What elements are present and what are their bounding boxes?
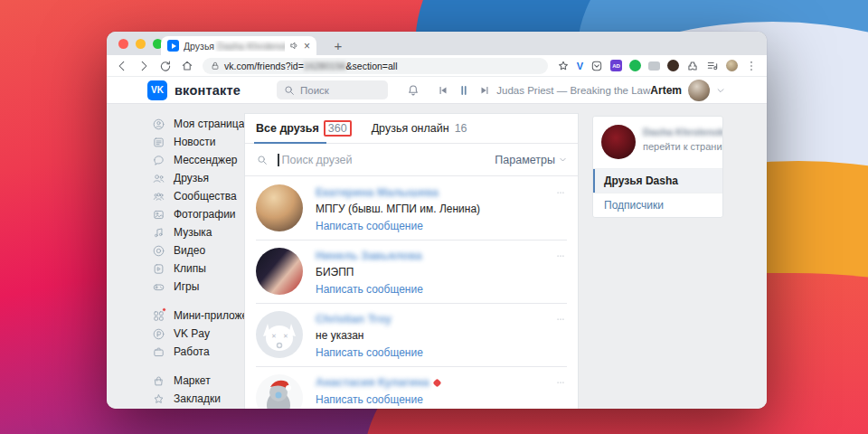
sidebar-item-my-page[interactable]: Моя страница <box>152 115 244 133</box>
new-tab-button[interactable]: + <box>329 36 347 54</box>
next-track-icon[interactable] <box>478 84 491 97</box>
tab-audio-speaker-icon[interactable] <box>289 41 299 51</box>
browser-tab[interactable]: Друзья Dasha Khrolenok × <box>161 36 316 55</box>
dark-extension-icon[interactable] <box>667 60 679 71</box>
profile-summary: Dasha Khrolenok перейти к странице <box>593 117 722 168</box>
friend-info: МПГУ (бывш. МГПИ им. Ленина) <box>316 203 480 215</box>
sidebar-item-vkpay[interactable]: VK Pay <box>152 325 244 343</box>
sidebar-item-clips[interactable]: Клипы <box>152 259 244 278</box>
search-icon <box>283 84 296 97</box>
tab-title-blurred: Dasha Khrolenok <box>217 41 285 52</box>
v-extension-icon[interactable]: V <box>577 61 583 71</box>
friend-info: не указан <box>316 329 423 342</box>
go-to-page-link[interactable]: перейти к странице <box>643 141 713 152</box>
url-text: vk.com/friends?id=16280156&section=all <box>224 61 397 71</box>
vk-logo[interactable]: VK <box>147 80 167 100</box>
friend-name-blurred[interactable]: Нинель Завьялова <box>316 250 422 262</box>
tab-friends-online[interactable]: Друзья онлайн <box>372 122 449 135</box>
friend-avatar-dog-placeholder[interactable]: ✕ ✕ <box>256 311 303 358</box>
friend-name-blurred[interactable]: Christian Troy <box>316 313 392 326</box>
profile-avatar[interactable] <box>726 60 738 71</box>
browser-menu-dots-icon[interactable] <box>745 60 758 72</box>
bookmark-star-icon[interactable] <box>557 60 570 72</box>
more-options-icon[interactable] <box>554 311 567 324</box>
vk-wordmark[interactable]: вконтакте <box>175 83 241 98</box>
params-dropdown[interactable]: Параметры <box>495 154 567 166</box>
sidebar-item-communities[interactable]: Сообщества <box>152 187 244 205</box>
more-options-icon[interactable] <box>554 248 567 260</box>
url-address-bar[interactable]: vk.com/friends?id=16280156&section=all <box>203 58 548 74</box>
friend-avatar-teddy-santa[interactable] <box>256 374 303 409</box>
friend-row: Екатерина Малышева МПГУ (бывш. МГПИ им. … <box>245 176 578 240</box>
sidebar-item-miniapps[interactable]: Мини-приложения <box>152 307 244 325</box>
sidebar-item-video[interactable]: Видео <box>152 241 244 259</box>
sidebar-item-games[interactable]: Игры <box>152 278 244 296</box>
profile-owner-name-blurred[interactable]: Dasha Khrolenok <box>643 127 713 137</box>
puzzle-extensions-icon[interactable] <box>686 60 699 72</box>
sidebar-item-music[interactable]: Музыка <box>152 223 244 241</box>
photos-icon <box>152 208 165 222</box>
menu-item-subscribers[interactable]: Подписчики <box>593 193 722 217</box>
friends-search-input[interactable]: Поиск друзей <box>282 154 353 166</box>
write-message-link[interactable]: Написать сообщение <box>316 346 423 359</box>
grey-extension-icon[interactable] <box>648 61 660 71</box>
music-icon <box>152 226 165 240</box>
sidebar-group-gap <box>152 361 244 372</box>
friend-avatar-portrait[interactable] <box>256 248 303 295</box>
sidebar-item-friends[interactable]: Друзья <box>152 169 244 187</box>
minimize-window-button[interactable] <box>136 39 146 49</box>
friend-avatar-sea-sunset[interactable] <box>256 184 303 231</box>
adguard-extension-icon[interactable]: AD <box>610 60 622 71</box>
tab-all-friends[interactable]: Все друзья <box>256 122 319 135</box>
svg-text:✕: ✕ <box>271 333 277 339</box>
friend-name-blurred[interactable]: Екатерина Малышева <box>316 186 439 199</box>
sidebar-item-messenger[interactable]: Мессенджер <box>152 151 244 169</box>
text-cursor <box>278 154 279 166</box>
reload-button[interactable] <box>159 60 172 72</box>
pocket-extension-icon[interactable] <box>590 60 603 72</box>
write-message-link[interactable]: Написать сообщение <box>316 220 480 232</box>
home-button[interactable] <box>181 60 193 72</box>
more-options-icon[interactable] <box>554 374 567 387</box>
previous-track-icon[interactable] <box>437 84 449 97</box>
friend-row: Анастасия Кулагина Написать сообщение <box>245 366 578 409</box>
write-message-link[interactable]: Написать сообщение <box>316 283 423 296</box>
friends-panel: Все друзья 360 Друзья онлайн 16 Поиск др… <box>244 113 579 409</box>
briefcase-icon <box>152 345 165 359</box>
pause-icon[interactable] <box>458 84 470 97</box>
search-icon <box>256 154 269 166</box>
now-playing-title[interactable]: Judas Priest — Breaking the Law <box>496 85 650 96</box>
vk-search-input[interactable]: Поиск <box>277 80 388 99</box>
sidebar-item-news[interactable]: Новости <box>152 133 244 151</box>
close-window-button[interactable] <box>118 39 128 49</box>
friends-search-row: Поиск друзей Параметры <box>245 144 578 176</box>
sidebar-item-jobs[interactable]: Работа <box>152 343 244 361</box>
extensions-row: V AD <box>557 60 758 72</box>
bookmark-star-icon <box>152 392 165 406</box>
friend-row: Нинель Завьялова БИЭПП Написать сообщени… <box>245 240 578 303</box>
more-options-icon[interactable] <box>554 184 567 197</box>
sidebar-item-market[interactable]: Маркет <box>152 372 244 390</box>
notification-dot <box>162 307 166 312</box>
back-button[interactable] <box>116 60 128 72</box>
left-sidebar: Моя страница Новости Мессенджер Друзья С… <box>107 115 244 408</box>
tab-list-icon[interactable] <box>706 60 719 72</box>
vk-header: VK вконтакте Поиск Judas Priest — Breaki… <box>107 77 767 104</box>
forward-button[interactable] <box>137 60 150 72</box>
sidebar-item-bookmarks[interactable]: Закладки <box>152 390 244 408</box>
vk-search-placeholder: Поиск <box>300 85 329 96</box>
video-icon <box>152 244 165 258</box>
friends-icon <box>152 172 165 185</box>
user-menu[interactable]: Artem <box>650 80 725 101</box>
write-message-link[interactable]: Написать сообщение <box>316 393 440 406</box>
menu-item-friends-dasha[interactable]: Друзья Dasha <box>593 168 722 193</box>
notifications-bell-icon[interactable] <box>406 83 420 98</box>
vkpay-icon <box>152 327 165 341</box>
green-extension-icon[interactable] <box>629 60 641 71</box>
sidebar-item-photos[interactable]: Фотографии <box>152 205 244 223</box>
friend-name-blurred[interactable]: Анастасия Кулагина <box>316 376 429 389</box>
tab-close-icon[interactable]: × <box>304 40 310 52</box>
clips-icon <box>152 262 165 276</box>
all-friends-count-annotated: 360 <box>324 120 352 137</box>
profile-owner-avatar[interactable] <box>601 125 636 159</box>
